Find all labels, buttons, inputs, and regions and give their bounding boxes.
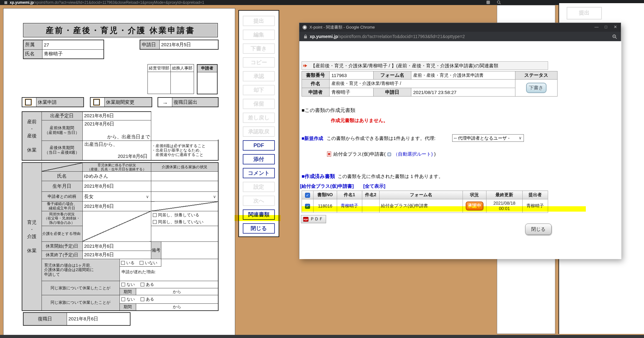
care-reason-value[interactable] — [151, 226, 218, 242]
leave-apply-checkbox[interactable] — [25, 99, 31, 105]
url-path: /xpoint/form.do?act=view&fid=21&docid=11… — [34, 0, 204, 5]
filter-doc-link[interactable]: [給付金プラス(仮)申請書] — [300, 183, 354, 189]
popup-address-bar[interactable]: xp.yumemi.jp/xpoint/form.do?act=relation… — [299, 32, 621, 41]
name-value[interactable]: 青柳晴子 — [42, 49, 104, 59]
late-reason-label: 申請が遅れた理由: — [120, 267, 218, 275]
history2-label: 同じ家族について休業したことが — [42, 295, 119, 311]
leave-application-form: 産前・産後・育児・介護 休業申請書 所属 27 氏名 青柳晴子 申請日 2021… — [3, 8, 235, 335]
period2-value[interactable]: から — [136, 304, 218, 311]
adoption-value[interactable]: 2021年8月6日 — [82, 202, 151, 211]
source-docs-empty-message: 作成元書類はありません。 — [331, 118, 388, 124]
recall-approval-button[interactable]: 承認取戻 — [243, 126, 275, 137]
creatable-doc-name[interactable]: 給付金プラス(仮)申請書( — [333, 151, 386, 157]
minimize-button[interactable]: — — [592, 23, 601, 32]
period1-label: 期間 — [119, 288, 136, 295]
comment-button[interactable]: コメント — [243, 168, 275, 178]
cohabit-no-checkbox[interactable] — [153, 220, 157, 224]
leave-end-value[interactable]: 2021年8月6日 — [82, 251, 151, 259]
prenatal-from-value[interactable]: 2021年8月6日 — [85, 121, 114, 127]
child-status-header: 育児休業に係る子の状況 （産後、氏名・生年月日を連絡する） — [82, 163, 151, 172]
history2-no-checkbox[interactable] — [121, 297, 125, 301]
search-icon[interactable] — [497, 0, 501, 4]
ontime-no-checkbox[interactable] — [140, 261, 143, 265]
background-submit-button[interactable]: 提出 — [567, 7, 602, 19]
stamp-cell-empty — [197, 72, 217, 94]
edit-button[interactable]: 編集 — [243, 30, 275, 40]
period-change-checkbox[interactable] — [93, 99, 100, 105]
send-back-button[interactable]: 差し戻し — [243, 113, 275, 123]
affiliation-label: 所属 — [23, 40, 42, 49]
approve-button[interactable]: 承認 — [243, 71, 275, 81]
popup-titlebar[interactable]: X-point - 関連書類 - Google Chrome — □ ✕ — [299, 23, 621, 32]
remarks-value[interactable] — [161, 242, 218, 259]
childcare-section-label: 育児 ・ 介護 休業 — [22, 163, 42, 311]
auto-route-link[interactable]: （自動選択ルート) — [393, 151, 433, 157]
applicant-label: 申請者 — [302, 88, 330, 97]
ontime-yes-label: いる — [126, 260, 135, 265]
show-all-link[interactable]: [全て表示] — [363, 183, 385, 189]
settings-button[interactable]: 設定 — [243, 182, 275, 192]
maximize-button[interactable]: □ — [601, 23, 611, 32]
cohabit-label: 同居扶養の状況 （祖父母・兄弟姉妹・ 孫の場合のみ） — [42, 211, 82, 226]
reject-button[interactable]: 却下 — [243, 85, 275, 95]
relation-select[interactable]: 長女 ∨ — [82, 192, 151, 202]
care-name-value[interactable] — [151, 172, 218, 181]
popup-url-path: /xpoint/form.do?act=relationTo&docid=117… — [338, 34, 465, 39]
leave-start-value[interactable]: 2021年8月6日 — [82, 242, 151, 251]
care-relation-select[interactable]: ∨ — [151, 192, 218, 202]
birth-date-label: 生年月日 — [42, 181, 82, 192]
col-form-name: フォーム名 — [380, 191, 463, 199]
new-create-heading[interactable]: ■新規作成 — [302, 136, 323, 141]
chevron-down-icon: ∨ — [146, 194, 149, 199]
zoom-icon[interactable] — [612, 34, 617, 39]
attachment-button[interactable]: 添付 — [243, 154, 275, 164]
return-report-label: 復職日届出 — [172, 97, 218, 107]
url-domain[interactable]: xp.yumemi.jp — [10, 0, 34, 5]
birth-date-value[interactable]: 2021年8月6日 — [82, 181, 151, 192]
pdf-export-button[interactable]: PDF ＰＤＦ — [301, 215, 326, 223]
next-button[interactable]: 次へ — [243, 196, 275, 206]
cohabit-yes-checkbox[interactable] — [153, 213, 157, 217]
affiliation-table: 所属 27 氏名 青柳晴子 — [23, 40, 104, 59]
hold-button[interactable]: 保留 — [243, 99, 275, 109]
type-return-report: → 復職日届出 — [158, 97, 219, 107]
form-name-label: フォーム名 — [374, 71, 411, 80]
bottom-scrollbar[interactable] — [0, 335, 644, 338]
prenatal-until-label: から、出産当日まで — [107, 134, 150, 140]
popup-url-domain: xp.yumemi.jp — [310, 34, 338, 39]
extension-icon[interactable] — [486, 1, 490, 4]
pdf-button[interactable]: PDF — [243, 140, 275, 151]
return-date-box: 復職日 2021年8月6日 — [23, 312, 130, 326]
return-date-value[interactable]: 2021年8月6日 — [67, 313, 130, 325]
col-updated: 最終更新 — [486, 191, 523, 199]
popup-close-button[interactable]: 閉じる — [525, 224, 552, 235]
child-name-value[interactable]: ゆめみさん — [82, 172, 151, 181]
close-button[interactable]: 閉じる — [243, 223, 275, 234]
affiliation-value[interactable]: 27 — [42, 40, 104, 49]
chrome-icon — [303, 25, 307, 30]
due-date-value[interactable]: 2021年8月6日 — [82, 112, 151, 120]
cohabit-yes-label: 同居し、扶養している — [158, 213, 200, 217]
draft-button[interactable]: 下書き — [243, 43, 275, 54]
history2-yes-checkbox[interactable] — [141, 297, 144, 301]
care-birth-value[interactable] — [151, 181, 218, 192]
submit-button[interactable]: 提出 — [243, 16, 275, 26]
postnatal-until-value[interactable]: 2021年8月6日 — [118, 153, 147, 159]
period1-value[interactable]: から — [136, 288, 218, 295]
postnatal-from-label: 出産当日から、 — [85, 141, 118, 147]
apply-date-value[interactable]: 2021年8月5日 — [159, 40, 218, 49]
doc-info-table: 書類番号 117963 フォーム名 産前・産後・育児・介護休業申請書 ステータス… — [302, 71, 558, 97]
copy-button[interactable]: コピー — [243, 57, 275, 68]
history1-no-checkbox[interactable] — [121, 283, 125, 286]
proxy-user-select[interactable]: -- 代理申請者となるユーザ - ∨ — [452, 134, 524, 142]
applicant-value: 青柳晴子 — [330, 88, 374, 97]
select-all-checkbox[interactable]: ✓ — [305, 193, 310, 198]
form-doc-icon — [327, 152, 331, 157]
childcare-nursing-table: 育児 ・ 介護 休業 育児休業に係る子の状況 （産後、氏名・生年月日を連絡する）… — [22, 162, 219, 311]
chevron-down-icon: ∨ — [213, 194, 216, 199]
created-docs-heading[interactable]: ■作成済み書類 — [302, 174, 335, 179]
close-window-button[interactable]: ✕ — [611, 23, 620, 32]
history1-yes-checkbox[interactable] — [141, 283, 144, 286]
relation-label: 申請者との続柄 — [42, 192, 82, 202]
ontime-yes-checkbox[interactable] — [121, 261, 125, 265]
